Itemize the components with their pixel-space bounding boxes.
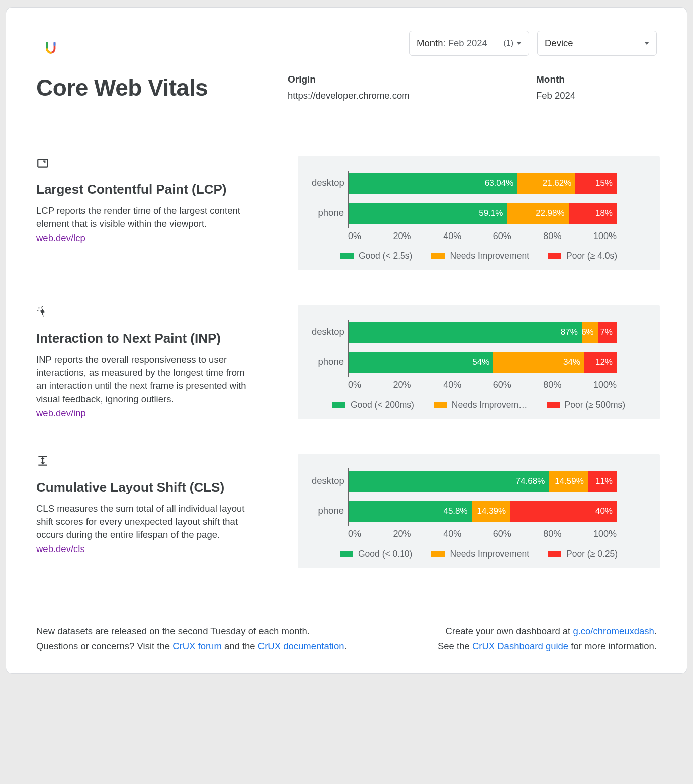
stacked-bar-chart: desktop87%6%7%phone54%34%12% xyxy=(312,320,646,377)
category-label: phone xyxy=(312,505,344,516)
footer: New datasets are released on the second … xyxy=(36,623,657,653)
month-selector[interactable]: Month: Feb 2024 (1) xyxy=(409,31,529,56)
category-label: phone xyxy=(312,207,344,218)
page-title: Core Web Vitals xyxy=(36,74,278,101)
tick-label: 0% xyxy=(348,231,361,242)
device-selector-label: Device xyxy=(545,38,573,49)
month-value: Feb 2024 xyxy=(536,90,657,101)
tick-label: 80% xyxy=(543,529,561,539)
tick-label: 0% xyxy=(348,380,361,390)
category-label: phone xyxy=(312,356,344,367)
legend-swatch-needs xyxy=(434,402,447,408)
chart-panel: desktop63.04%21.62%15%phone59.1%22.98%18… xyxy=(298,156,660,270)
metric-row: Cumulative Layout Shift (CLS)CLS measure… xyxy=(36,454,657,568)
metric-title: Interaction to Next Paint (INP) xyxy=(36,331,278,346)
legend-swatch-needs xyxy=(431,253,445,259)
stacked-bar: 45.8%14.39%40% xyxy=(349,501,617,522)
footer-text: and the xyxy=(222,641,258,651)
filter-bar: Month: Feb 2024 (1) Device xyxy=(36,31,657,56)
crux-docs-link[interactable]: CrUX documentation xyxy=(258,641,344,651)
stacked-bar: 54%34%12% xyxy=(349,352,617,373)
dashboard-guide-link[interactable]: CrUX Dashboard guide xyxy=(472,641,568,651)
category-label: desktop xyxy=(312,326,344,337)
chart-row: phone59.1%22.98%18% xyxy=(348,203,646,224)
bar-segment-poor: 12% xyxy=(584,352,617,373)
inp-icon xyxy=(36,305,50,320)
dashboard-link[interactable]: g.co/chromeuxdash xyxy=(573,625,654,636)
metric-info: Cumulative Layout Shift (CLS)CLS measure… xyxy=(36,454,278,555)
metric-info: Interaction to Next Paint (INP)INP repor… xyxy=(36,305,278,419)
bar-segment-needs: 34% xyxy=(493,352,584,373)
footer-right: Create your own dashboard at g.co/chrome… xyxy=(438,623,657,653)
legend-swatch-poor xyxy=(548,253,561,259)
metric-doc-link[interactable]: web.dev/cls xyxy=(36,543,85,554)
legend-label: Needs Improvem… xyxy=(452,400,528,410)
stacked-bar: 87%6%7% xyxy=(349,322,617,343)
chart-row: phone54%34%12% xyxy=(348,352,646,373)
legend-item-poor: Poor (≥ 4.0s) xyxy=(548,251,617,261)
legend-item-poor: Poor (≥ 0.25) xyxy=(548,548,618,559)
bar-segment-poor: 7% xyxy=(598,322,617,343)
tick-label: 80% xyxy=(543,231,561,242)
bar-segment-good: 59.1% xyxy=(349,203,507,224)
legend-label: Poor (≥ 0.25) xyxy=(566,548,618,559)
footer-text: New datasets are released on the second … xyxy=(36,625,310,636)
bar-segment-poor: 40% xyxy=(510,501,617,522)
legend-label: Good (< 0.10) xyxy=(358,548,412,559)
tick-label: 60% xyxy=(493,529,511,539)
legend-label: Needs Improvement xyxy=(450,548,529,559)
bar-segment-needs: 21.62% xyxy=(517,173,575,194)
chart-row: desktop63.04%21.62%15% xyxy=(348,173,646,194)
tick-label: 0% xyxy=(348,529,361,539)
legend-item-needs: Needs Improvement xyxy=(431,548,529,559)
legend-swatch-good xyxy=(332,402,345,408)
tick-label: 60% xyxy=(493,380,511,390)
crux-logo-icon xyxy=(43,41,58,58)
bar-segment-needs: 22.98% xyxy=(507,203,568,224)
legend-label: Good (< 2.5s) xyxy=(359,251,413,261)
chart-legend: Good (< 0.10)Needs ImprovementPoor (≥ 0.… xyxy=(312,548,646,559)
bar-segment-poor: 18% xyxy=(569,203,617,224)
legend-item-good: Good (< 2.5s) xyxy=(340,251,413,261)
metric-row: Largest Contentful Paint (LCP)LCP report… xyxy=(36,156,657,270)
legend-swatch-good xyxy=(340,551,353,557)
bar-segment-good: 54% xyxy=(349,352,493,373)
footer-text: Create your own dashboard at xyxy=(445,625,573,636)
lcp-icon xyxy=(36,156,50,171)
tick-label: 100% xyxy=(593,231,617,242)
bar-segment-good: 63.04% xyxy=(349,173,517,194)
legend-label: Poor (≥ 500ms) xyxy=(565,400,625,410)
metric-description: LCP reports the render time of the large… xyxy=(36,204,247,230)
month-selector-label: Month xyxy=(417,38,443,48)
metric-description: INP reports the overall responsiveness t… xyxy=(36,353,247,406)
legend-item-good: Good (< 200ms) xyxy=(332,400,414,410)
bar-segment-good: 74.68% xyxy=(349,471,549,492)
footer-text: See the xyxy=(438,641,472,651)
bar-segment-needs: 6% xyxy=(582,322,598,343)
bar-segment-good: 45.8% xyxy=(349,501,472,522)
chart-row: desktop74.68%14.59%11% xyxy=(348,471,646,492)
tick-label: 20% xyxy=(393,231,411,242)
legend-label: Needs Improvement xyxy=(450,251,529,261)
month-selector-value: : Feb 2024 xyxy=(443,38,487,48)
device-selector[interactable]: Device xyxy=(537,31,657,56)
legend-swatch-needs xyxy=(431,551,445,557)
stacked-bar-chart: desktop63.04%21.62%15%phone59.1%22.98%18… xyxy=(312,171,646,228)
crux-forum-link[interactable]: CrUX forum xyxy=(172,641,222,651)
category-label: desktop xyxy=(312,177,344,188)
chart-panel: desktop74.68%14.59%11%phone45.8%14.39%40… xyxy=(298,454,660,568)
legend-item-good: Good (< 0.10) xyxy=(340,548,412,559)
chart-row: phone45.8%14.39%40% xyxy=(348,501,646,522)
footer-text: for more information. xyxy=(568,641,657,651)
tick-label: 20% xyxy=(393,380,411,390)
metric-doc-link[interactable]: web.dev/inp xyxy=(36,408,86,418)
month-label: Month xyxy=(536,74,657,85)
legend-swatch-good xyxy=(340,253,354,259)
cls-icon xyxy=(36,454,50,468)
month-selector-count: (1) xyxy=(503,39,513,48)
chevron-down-icon xyxy=(516,42,522,45)
metric-doc-link[interactable]: web.dev/lcp xyxy=(36,232,85,243)
metric-info: Largest Contentful Paint (LCP)LCP report… xyxy=(36,156,278,244)
x-axis-ticks: 0%20%40%60%80%100% xyxy=(348,529,617,539)
tick-label: 40% xyxy=(443,380,461,390)
